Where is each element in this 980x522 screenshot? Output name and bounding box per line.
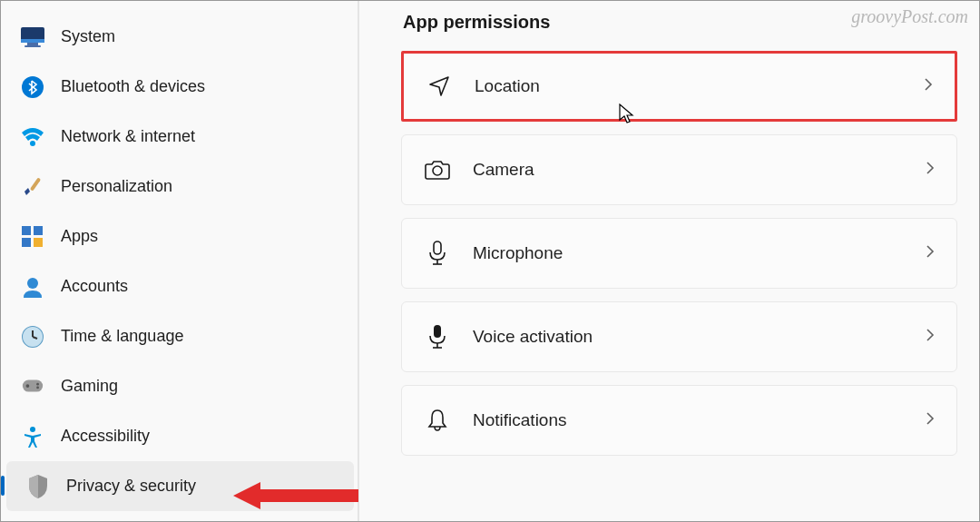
svg-rect-6 xyxy=(30,177,41,191)
sidebar-item-system[interactable]: System xyxy=(1,12,359,62)
permission-label: Microphone xyxy=(473,243,926,263)
sidebar-item-privacy[interactable]: Privacy & security xyxy=(6,461,354,511)
bluetooth-icon xyxy=(21,75,44,99)
svg-rect-7 xyxy=(22,226,31,235)
sidebar-item-label: Network & internet xyxy=(61,127,195,146)
sidebar-item-bluetooth[interactable]: Bluetooth & devices xyxy=(1,62,359,112)
sidebar-item-personalization[interactable]: Personalization xyxy=(1,162,359,212)
svg-rect-9 xyxy=(22,238,31,247)
accessibility-icon xyxy=(21,425,44,448)
sidebar-item-label: Personalization xyxy=(61,177,172,196)
microphone-icon xyxy=(424,240,451,267)
svg-point-18 xyxy=(36,382,39,385)
sidebar-item-network[interactable]: Network & internet xyxy=(1,112,359,162)
sidebar-item-label: Accessibility xyxy=(61,427,150,446)
svg-rect-3 xyxy=(24,45,41,47)
svg-rect-16 xyxy=(23,379,43,391)
sidebar-item-label: Apps xyxy=(61,227,98,246)
sidebar-item-accessibility[interactable]: Accessibility xyxy=(1,411,359,461)
bell-icon xyxy=(424,407,451,434)
svg-rect-1 xyxy=(21,39,44,43)
sidebar-item-label: Gaming xyxy=(61,377,118,396)
main-content: App permissions Location Camera xyxy=(359,1,979,521)
watermark: groovyPost.com xyxy=(851,6,968,27)
location-icon xyxy=(426,73,453,100)
svg-point-5 xyxy=(30,141,35,146)
svg-rect-10 xyxy=(34,238,43,247)
permission-item-notifications[interactable]: Notifications xyxy=(401,385,957,456)
sidebar-item-label: System xyxy=(61,27,115,46)
sidebar-item-apps[interactable]: Apps xyxy=(1,212,359,261)
svg-point-11 xyxy=(27,278,38,289)
permission-item-location[interactable]: Location xyxy=(401,51,957,122)
sidebar-item-accounts[interactable]: Accounts xyxy=(1,261,359,311)
permission-item-camera[interactable]: Camera xyxy=(401,134,957,205)
svg-rect-25 xyxy=(434,325,441,338)
svg-point-20 xyxy=(30,427,35,432)
svg-rect-2 xyxy=(27,43,38,45)
chevron-right-icon xyxy=(926,244,935,262)
sidebar-item-label: Bluetooth & devices xyxy=(61,77,205,96)
permission-item-voice[interactable]: Voice activation xyxy=(401,301,957,372)
chevron-right-icon xyxy=(926,411,935,429)
permission-item-microphone[interactable]: Microphone xyxy=(401,218,957,289)
chevron-right-icon xyxy=(924,77,933,95)
permission-label: Location xyxy=(475,76,924,96)
sidebar-item-label: Accounts xyxy=(61,277,128,296)
wifi-icon xyxy=(21,125,44,149)
accounts-icon xyxy=(21,275,44,299)
clock-icon xyxy=(21,325,44,349)
sidebar-item-gaming[interactable]: Gaming xyxy=(1,361,359,411)
camera-icon xyxy=(424,156,451,183)
chevron-right-icon xyxy=(926,328,935,346)
permission-label: Notifications xyxy=(473,410,926,430)
personalization-icon xyxy=(21,175,44,199)
permission-label: Voice activation xyxy=(473,327,926,347)
sidebar-item-label: Time & language xyxy=(61,327,183,346)
apps-icon xyxy=(21,225,44,249)
sidebar-item-time[interactable]: Time & language xyxy=(1,311,359,361)
sidebar-divider xyxy=(358,1,359,521)
system-icon xyxy=(21,25,44,49)
svg-rect-22 xyxy=(434,241,441,254)
permission-label: Camera xyxy=(473,160,926,180)
svg-point-19 xyxy=(36,386,39,389)
chevron-right-icon xyxy=(926,161,935,179)
voice-icon xyxy=(424,323,451,350)
settings-sidebar: System Bluetooth & devices Network & int… xyxy=(1,1,359,521)
svg-point-17 xyxy=(26,384,30,388)
sidebar-item-label: Privacy & security xyxy=(66,477,196,496)
svg-point-21 xyxy=(433,166,442,175)
svg-rect-8 xyxy=(34,226,43,235)
gaming-icon xyxy=(21,375,44,399)
shield-icon xyxy=(26,475,50,498)
